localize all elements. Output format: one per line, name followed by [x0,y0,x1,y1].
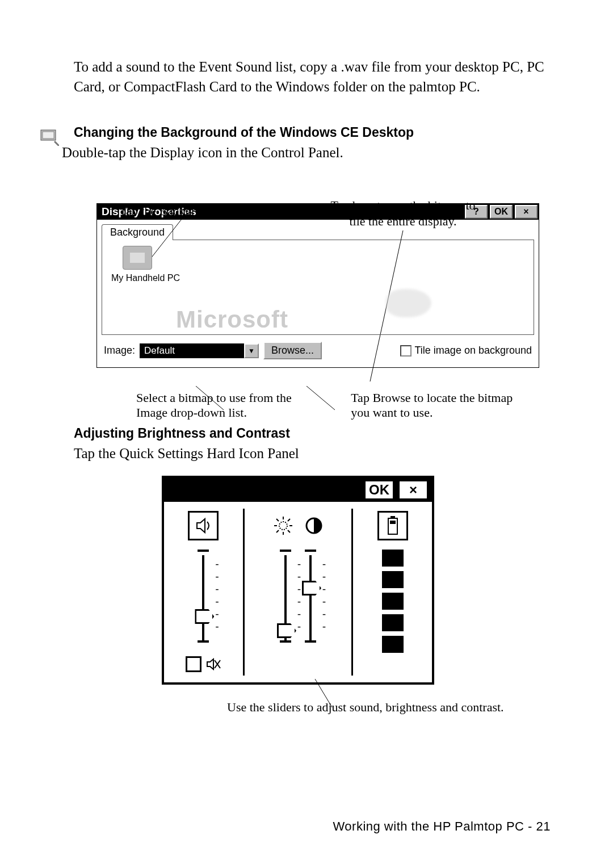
mute-checkbox[interactable] [186,656,221,672]
brightness-contrast-heading: Adjusting Brightness and Contrast [74,426,551,441]
display-margin-icon [40,129,59,148]
brightness-contrast-panel: ------ ------ [245,502,351,682]
image-dropdown-value: Default [140,343,244,358]
display-properties-figure: Tap the Background tab. Tap here to use … [96,203,539,420]
chevron-down-icon[interactable]: ▼ [244,343,259,358]
battery-icon [377,511,408,540]
callout-image-dropdown: Select a bitmap to use from the Image dr… [136,391,317,420]
handheld-pc-icon[interactable] [123,246,152,270]
callout-background-tab: Tap the Background tab. [119,203,242,219]
qs-instruction: Tap the Quick Settings Hard Icon Panel [45,446,551,462]
desktop-preview: My Handheld PC Microsoft [102,240,534,335]
svg-rect-1 [43,132,54,139]
svg-line-16 [288,530,290,532]
footer-text: Working with the HP Palmtop PC - [333,819,532,833]
tab-background[interactable]: Background [102,224,173,240]
image-dropdown[interactable]: Default ▼ [140,343,259,358]
browse-button[interactable]: Browse... [263,342,322,359]
tile-checkbox-label: Tile image on background [415,345,532,357]
qs-title-bar: OK × [164,478,432,502]
svg-line-17 [288,519,290,521]
clouds-graphic [386,289,431,317]
volume-panel: ------ [164,502,243,682]
brightness-slider[interactable]: ------ [278,550,293,646]
close-button[interactable]: × [515,205,538,219]
sliders-caption: Use the sliders to adjust sound, brightn… [227,699,551,716]
contrast-icon [305,517,323,535]
speaker-icon [188,511,219,540]
ok-button[interactable]: OK [490,205,513,219]
svg-point-10 [279,522,287,530]
quick-settings-window: OK × [162,476,434,685]
volume-slider[interactable]: ------ [196,550,211,646]
changing-background-heading: Changing the Background of the Windows C… [74,125,551,140]
battery-level-bars [382,550,404,653]
bg-instruction: Double-tap the Display icon in the Contr… [45,145,551,161]
svg-line-15 [276,519,279,521]
footer: Working with the HP Palmtop PC - 21 [333,819,551,834]
callout-browse: Tap Browse to locate the bitmap you want… [351,391,517,420]
mute-icon [206,658,221,670]
svg-marker-6 [197,519,205,532]
svg-marker-7 [207,659,213,669]
microsoft-watermark: Microsoft [176,306,288,333]
svg-rect-22 [390,521,396,524]
battery-panel [353,502,432,682]
checkbox-box[interactable] [400,345,412,357]
contrast-slider[interactable]: ------ [303,550,318,646]
svg-line-18 [276,530,279,532]
qs-close-button[interactable]: × [398,480,429,500]
intro-paragraph: To add a sound to the Event Sound list, … [45,57,551,97]
image-label: Image: [104,345,135,357]
tile-checkbox[interactable]: Tile image on background [400,345,532,357]
callout-tile: Tap here to use the bitmap to tile the e… [324,198,482,229]
qs-ok-button[interactable]: OK [364,480,394,500]
brightness-icon [273,515,293,536]
handheld-pc-label: My Handheld PC [111,273,524,283]
page-number: 21 [536,819,551,833]
quick-settings-figure: OK × [162,476,434,685]
